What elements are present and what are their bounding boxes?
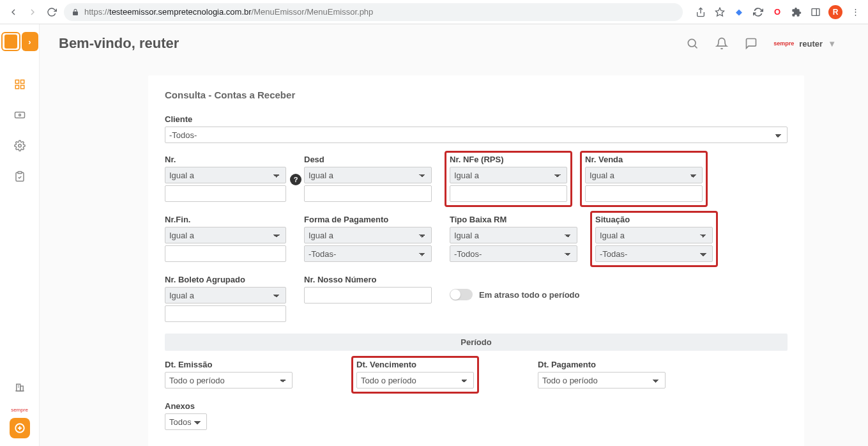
tipo-baixa-field: Tipo Baixa RM Igual a -Todos- bbox=[450, 215, 577, 262]
nr-fin-field: Nr.Fin. Igual a bbox=[165, 215, 286, 262]
nr-venda-field: Nr. Venda Igual a bbox=[580, 151, 708, 207]
dt-pagamento-label: Dt. Pagamento bbox=[538, 360, 666, 369]
desd-field: Desd Igual a bbox=[304, 155, 432, 202]
sidebar-building-icon[interactable] bbox=[8, 375, 31, 398]
situacao-field: Situação Igual a -Todas- bbox=[590, 211, 718, 267]
panel-icon[interactable] bbox=[809, 6, 822, 19]
dt-pagamento-field: Dt. Pagamento Todo o período bbox=[538, 360, 666, 390]
anexos-field: Anexos Todos bbox=[165, 401, 207, 430]
svg-rect-2 bbox=[812, 8, 819, 15]
nr-field: Nr. Igual a ? bbox=[165, 155, 286, 202]
browser-toolbar: https://testeemissor.sempretecnologia.co… bbox=[0, 0, 868, 24]
help-icon[interactable]: ? bbox=[290, 174, 301, 185]
em-atraso-toggle-wrap: Em atraso todo o período bbox=[450, 289, 579, 300]
dt-emissao-field: Dt. Emissão Todo o período bbox=[165, 360, 293, 390]
em-atraso-toggle[interactable] bbox=[450, 289, 473, 300]
nr-input[interactable] bbox=[165, 185, 286, 202]
chat-icon[interactable] bbox=[744, 36, 758, 50]
browser-actions: ◆ O R ⋮ bbox=[688, 5, 862, 19]
welcome-text: Bem-vindo, reuter bbox=[59, 35, 179, 52]
profile-avatar[interactable]: R bbox=[828, 5, 842, 19]
card-title: Consulta - Contas a Receber bbox=[165, 89, 788, 100]
nr-venda-label: Nr. Venda bbox=[585, 155, 703, 164]
dt-emissao-select[interactable]: Todo o período bbox=[165, 372, 293, 388]
nr-nosso-input[interactable] bbox=[304, 287, 432, 304]
forma-pag-value-select[interactable]: -Todas- bbox=[304, 245, 432, 262]
add-fab-button[interactable] bbox=[10, 418, 30, 438]
nr-fin-label: Nr.Fin. bbox=[165, 215, 286, 224]
sidebar-settings-icon[interactable] bbox=[8, 134, 31, 157]
kebab-menu-icon[interactable]: ⋮ bbox=[849, 6, 862, 19]
main-area: Bem-vindo, reuter sempre reuter ▼ bbox=[40, 24, 868, 446]
cliente-label: Cliente bbox=[165, 114, 788, 124]
forma-pag-label: Forma de Pagamento bbox=[304, 215, 432, 224]
svg-rect-6 bbox=[20, 86, 24, 89]
tipo-baixa-value-select[interactable]: -Todos- bbox=[450, 245, 577, 262]
situacao-value-select[interactable]: -Todas- bbox=[595, 245, 713, 262]
brand-mini-icon: sempre bbox=[773, 40, 794, 47]
app-logo[interactable]: › bbox=[1, 32, 38, 51]
app-header: Bem-vindo, reuter sempre reuter ▼ bbox=[40, 24, 868, 63]
nr-boleto-field: Nr. Boleto Agrupado Igual a bbox=[165, 275, 286, 322]
dt-vencimento-select[interactable]: Todo o período bbox=[356, 372, 474, 388]
svg-marker-1 bbox=[715, 8, 724, 16]
extension-icon-2[interactable] bbox=[752, 6, 765, 19]
dt-emissao-label: Dt. Emissão bbox=[165, 360, 293, 369]
svg-rect-5 bbox=[20, 80, 24, 83]
nr-nosso-label: Nr. Nosso Número bbox=[304, 275, 432, 284]
lock-icon bbox=[72, 8, 79, 16]
reload-button[interactable] bbox=[45, 5, 59, 19]
dt-vencimento-label: Dt. Vencimento bbox=[356, 360, 474, 369]
svg-rect-13 bbox=[20, 386, 23, 391]
forma-pag-field: Forma de Pagamento Igual a -Todas- bbox=[304, 215, 432, 262]
svg-rect-8 bbox=[15, 112, 24, 118]
extension-icon-1[interactable]: ◆ bbox=[733, 6, 745, 19]
user-menu[interactable]: sempre reuter ▼ bbox=[773, 39, 836, 49]
nr-fin-op-select[interactable]: Igual a bbox=[165, 227, 286, 243]
search-icon[interactable] bbox=[685, 36, 699, 50]
extensions-puzzle-icon[interactable] bbox=[790, 6, 803, 19]
forward-button[interactable] bbox=[26, 5, 40, 19]
anexos-select[interactable]: Todos bbox=[165, 413, 207, 430]
desd-input[interactable] bbox=[304, 185, 432, 202]
bell-icon[interactable] bbox=[715, 36, 729, 50]
user-name-label: reuter bbox=[799, 39, 823, 49]
cliente-select[interactable]: -Todos- bbox=[165, 127, 788, 143]
extension-opera-icon[interactable]: O bbox=[771, 6, 784, 19]
dt-vencimento-field: Dt. Vencimento Todo o período bbox=[351, 356, 479, 394]
url-text: https://testeemissor.sempretecnologia.co… bbox=[84, 7, 373, 17]
back-button[interactable] bbox=[6, 5, 20, 19]
nr-boleto-op-select[interactable]: Igual a bbox=[165, 287, 286, 304]
nr-nfe-label: Nr. NFe (RPS) bbox=[450, 155, 567, 164]
tipo-baixa-label: Tipo Baixa RM bbox=[450, 215, 577, 224]
desd-label: Desd bbox=[304, 155, 432, 164]
sidebar-clipboard-icon[interactable] bbox=[8, 165, 31, 188]
nr-op-select[interactable]: Igual a bbox=[165, 167, 286, 183]
nr-venda-op-select[interactable]: Igual a bbox=[585, 167, 703, 183]
nr-venda-input[interactable] bbox=[585, 185, 703, 202]
svg-rect-11 bbox=[18, 172, 22, 174]
share-icon[interactable] bbox=[694, 6, 707, 19]
dt-pagamento-select[interactable]: Todo o período bbox=[538, 372, 666, 388]
cliente-field: Cliente -Todos- bbox=[165, 114, 788, 143]
tipo-baixa-op-select[interactable]: Igual a bbox=[450, 227, 577, 243]
chevron-down-icon: ▼ bbox=[828, 39, 836, 49]
svg-point-19 bbox=[689, 39, 696, 47]
address-bar[interactable]: https://testeemissor.sempretecnologia.co… bbox=[64, 3, 683, 21]
desd-op-select[interactable]: Igual a bbox=[304, 167, 432, 183]
nr-boleto-input[interactable] bbox=[165, 305, 286, 322]
nr-nfe-input[interactable] bbox=[450, 185, 567, 202]
nr-boleto-label: Nr. Boleto Agrupado bbox=[165, 275, 286, 284]
sidebar-dashboard-icon[interactable] bbox=[8, 73, 31, 96]
forma-pag-op-select[interactable]: Igual a bbox=[304, 227, 432, 243]
sidebar-money-icon[interactable] bbox=[8, 104, 31, 127]
nr-nfe-field: Nr. NFe (RPS) Igual a bbox=[445, 151, 572, 207]
sidebar-brand-icon: sempre bbox=[11, 407, 28, 413]
svg-rect-4 bbox=[15, 80, 19, 83]
situacao-op-select[interactable]: Igual a bbox=[595, 227, 713, 243]
nr-fin-input[interactable] bbox=[165, 245, 286, 262]
nr-label: Nr. bbox=[165, 155, 286, 164]
nr-nfe-op-select[interactable]: Igual a bbox=[450, 167, 567, 183]
anexos-label: Anexos bbox=[165, 401, 207, 411]
bookmark-star-icon[interactable] bbox=[713, 6, 726, 19]
